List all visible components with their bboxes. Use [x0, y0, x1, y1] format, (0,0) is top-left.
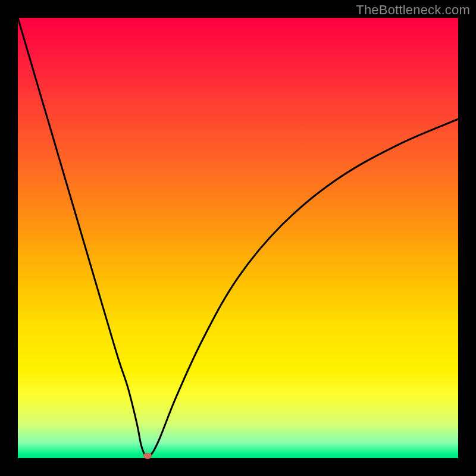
chart-plot-area: [18, 18, 458, 458]
bottleneck-curve: [18, 18, 458, 458]
chart-frame: TheBottleneck.com: [0, 0, 476, 476]
watermark-text: TheBottleneck.com: [356, 2, 470, 18]
optimal-point-marker: [143, 453, 152, 459]
